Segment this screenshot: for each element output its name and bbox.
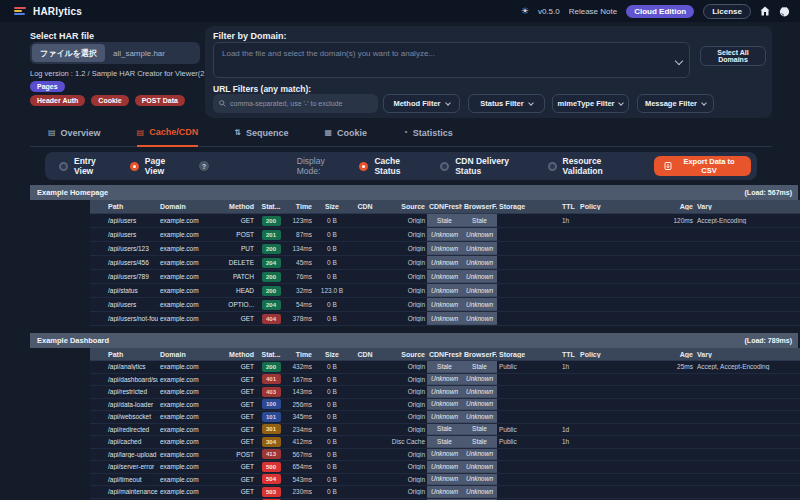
table-row[interactable]: /api/users/789example.comPATCH20076ms0 B… xyxy=(90,270,800,284)
resource-validation-radio[interactable]: Resource Validation xyxy=(548,156,639,176)
table-cell: 256ms xyxy=(286,401,314,408)
table-cell: Unknown xyxy=(427,270,462,283)
table-cell: Source xyxy=(380,203,427,210)
pie-chart-icon: ◔ xyxy=(403,128,408,137)
table-cell: 0 B xyxy=(314,245,350,252)
tab-cache-cdn[interactable]: ▤Cache/CDN xyxy=(137,122,199,147)
select-all-domains-button[interactable]: Select All Domains xyxy=(700,46,766,66)
export-csv-button[interactable]: Export Data to CSV xyxy=(654,156,751,176)
table-cell: GET xyxy=(210,401,256,408)
table-cell: BrowserF... xyxy=(462,351,497,358)
table-cell: 0 B xyxy=(314,413,350,420)
table-cell: example.com xyxy=(158,438,210,445)
license-button[interactable]: License xyxy=(703,4,751,19)
home-icon[interactable] xyxy=(760,6,770,16)
message-filter-button[interactable]: Message Filter xyxy=(637,94,714,113)
status-filter-button[interactable]: Status Filter xyxy=(468,94,545,113)
radio-icon[interactable] xyxy=(59,162,68,171)
table-cell: 503 xyxy=(256,487,286,497)
domain-filter-textarea[interactable] xyxy=(213,42,690,78)
status-badge: 500 xyxy=(262,462,281,472)
table-row[interactable]: /api/users/456example.comDELETE20445ms0 … xyxy=(90,256,800,270)
file-input[interactable]: ファイルを選択 all_sample.har xyxy=(30,42,200,64)
table-cell: 0 B xyxy=(314,476,350,483)
table-row[interactable]: /api/users/not-foundexample.comGET404378… xyxy=(90,312,800,326)
mimetype-filter-button[interactable]: mimeType Filter xyxy=(552,94,629,113)
table-cell: Storage xyxy=(497,351,560,358)
table-row[interactable]: /api/redirectedexample.comGET301234ms0 B… xyxy=(90,424,800,437)
table-cell: 500 xyxy=(256,462,286,472)
table-cell: 412ms xyxy=(286,438,314,445)
status-badge: 200 xyxy=(262,272,281,282)
radio-icon[interactable] xyxy=(440,162,449,171)
table-row[interactable]: /api/cachedexample.comGET304412ms0 BDisc… xyxy=(90,436,800,449)
table-cell: Unknown xyxy=(427,411,462,423)
table-row[interactable]: /api/users/123example.comPUT200134ms0 BO… xyxy=(90,242,800,256)
table-cell: Origin xyxy=(380,273,427,280)
table-cell: 432ms xyxy=(286,363,314,370)
table-cell: 230ms xyxy=(286,488,314,495)
table-cell: Domain xyxy=(158,203,210,210)
tab-sequence[interactable]: ⇅Sequence xyxy=(234,122,288,146)
theme-toggle-icon[interactable]: ☀ xyxy=(521,6,529,16)
url-filter-input[interactable] xyxy=(230,100,372,107)
table-cell: 0 B xyxy=(314,488,350,495)
table-row[interactable]: /api/timeoutexample.comGET504543ms0 BOri… xyxy=(90,474,800,487)
table-row[interactable]: /api/dashboard/summaryexample.comGET4011… xyxy=(90,374,800,387)
table-cell: Unknown xyxy=(462,474,497,486)
table-cell: POST xyxy=(210,231,256,238)
sequence-icon: ⇅ xyxy=(234,128,241,137)
github-icon[interactable] xyxy=(779,6,790,17)
table-cell: 76ms xyxy=(286,273,314,280)
radio-icon[interactable] xyxy=(359,162,368,171)
release-note-link[interactable]: Release Note xyxy=(569,7,617,16)
table-cell: GET xyxy=(210,376,256,383)
table-cell: Age xyxy=(640,351,695,358)
dashboard-table: PathDomainMethodStat...TimeSizeCDNSource… xyxy=(90,348,800,500)
table-cell: Policy xyxy=(578,203,640,210)
help-icon[interactable]: ? xyxy=(199,161,208,171)
table-cell: /api/users/123 xyxy=(90,245,158,252)
table-cell: 200 xyxy=(256,244,286,254)
choose-file-button[interactable]: ファイルを選択 xyxy=(32,44,105,62)
cache-status-radio[interactable]: Cache Status xyxy=(359,156,424,176)
table-cell: 100 xyxy=(256,399,286,409)
tab-cookie[interactable]: ▦Cookie xyxy=(324,122,367,146)
table-cell: 401 xyxy=(256,374,286,384)
table-cell: CDNFresh xyxy=(427,351,462,358)
table-cell: 200 xyxy=(256,272,286,282)
table-row[interactable]: /api/analyticsexample.comGET200432ms0 BO… xyxy=(90,361,800,374)
table-cell: Unknown xyxy=(462,411,497,423)
section-title: Example Homepage xyxy=(37,188,108,197)
table-row[interactable]: /api/maintenanceexample.comGET503230ms0 … xyxy=(90,486,800,499)
tab-statistics[interactable]: ◔Statistics xyxy=(403,122,453,146)
page-view-radio[interactable]: Page View xyxy=(130,156,184,176)
radio-icon[interactable] xyxy=(130,162,139,171)
cdn-delivery-radio[interactable]: CDN Delivery Status xyxy=(440,156,531,176)
table-row[interactable]: /api/data-loaderexample.comGET100256ms0 … xyxy=(90,399,800,412)
status-badge: 504 xyxy=(262,474,281,484)
tab-overview[interactable]: ▤Overview xyxy=(48,122,101,146)
table-cell: example.com xyxy=(158,488,210,495)
table-row[interactable]: /api/websocketexample.comGET101345ms0 BO… xyxy=(90,411,800,424)
status-badge: 301 xyxy=(262,424,281,434)
table-row[interactable]: /api/server-errorexample.comGET500654ms0… xyxy=(90,461,800,474)
status-badge: 200 xyxy=(262,362,281,372)
table-row[interactable]: /api/usersexample.comPOST20187ms0 BOrigi… xyxy=(90,228,800,242)
table-cell: Unknown xyxy=(462,298,497,311)
table-row[interactable]: /api/usersexample.comGET200123ms0 BOrigi… xyxy=(90,214,800,228)
table-cell: Time xyxy=(286,203,314,210)
table-cell: GET xyxy=(210,488,256,495)
table-cell: Unknown xyxy=(427,228,462,241)
table-row[interactable]: /api/large-uploadexample.comPOST413567ms… xyxy=(90,449,800,462)
table-cell: GET xyxy=(210,426,256,433)
radio-icon[interactable] xyxy=(548,162,557,171)
table-row[interactable]: /api/restrictedexample.comGET403143ms0 B… xyxy=(90,386,800,399)
entry-view-radio[interactable]: Entry View xyxy=(59,156,114,176)
table-cell: 54ms xyxy=(286,301,314,308)
table-row[interactable]: /api/statusexample.comHEAD20032ms123.0 B… xyxy=(90,284,800,298)
method-filter-button[interactable]: Method Filter xyxy=(383,94,460,113)
table-cell: HEAD xyxy=(210,287,256,294)
table-cell: /api/server-error xyxy=(90,463,158,470)
table-row[interactable]: /api/usersexample.comOPTIO...20454ms0 BO… xyxy=(90,298,800,312)
